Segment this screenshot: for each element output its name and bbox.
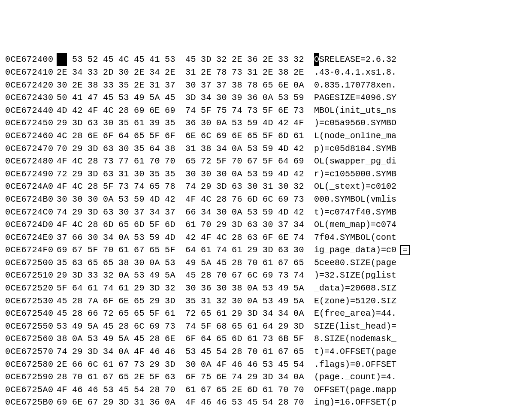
ascii-char[interactable]: S xyxy=(340,269,345,282)
hex-byte[interactable]: 73 xyxy=(263,332,273,345)
hex-byte[interactable]: 38 xyxy=(118,257,129,269)
ascii-char[interactable]: S xyxy=(381,358,386,371)
hex-byte[interactable]: 4D xyxy=(57,104,67,117)
hex-byte[interactable]: 2E xyxy=(263,66,273,79)
hex-byte[interactable]: 66 xyxy=(72,358,82,371)
ascii-char[interactable]: 0 xyxy=(324,231,329,244)
ascii-char[interactable]: _ xyxy=(381,104,386,117)
ascii-char[interactable]: a xyxy=(381,257,386,269)
hex-byte[interactable]: 34 xyxy=(149,66,160,79)
hex-byte[interactable]: 72 xyxy=(201,155,211,168)
hex-byte[interactable]: 3D xyxy=(216,180,227,193)
hex-byte[interactable]: 45 xyxy=(247,396,257,408)
hex-byte[interactable]: 6E xyxy=(185,130,196,142)
hex-row[interactable]: 0CE6724404D424F4C28696E69745F7574735F6E7… xyxy=(5,104,396,117)
ascii-char[interactable]: 0 xyxy=(355,79,360,92)
ascii-char[interactable]: u xyxy=(366,104,371,117)
ascii-char[interactable]: a xyxy=(366,307,371,320)
ascii-cell[interactable]: .flags)=0.OFFSET xyxy=(314,358,396,371)
hex-byte[interactable]: 61 xyxy=(185,384,196,396)
hex-byte[interactable]: 28 xyxy=(232,257,242,269)
ascii-char[interactable]: ( xyxy=(371,231,376,244)
hex-byte[interactable]: 53 xyxy=(247,168,257,181)
hex-byte[interactable]: 6D xyxy=(232,332,242,345)
ascii-char[interactable]: a xyxy=(376,332,381,345)
hex-byte[interactable]: 4C xyxy=(72,218,82,231)
ascii-char[interactable]: . xyxy=(371,206,376,219)
ascii-char[interactable]: = xyxy=(350,358,355,371)
hex-bytes[interactable]: 4F464653455428706167652E6D617070 xyxy=(57,384,309,396)
ascii-char[interactable]: g xyxy=(340,244,345,257)
ascii-char[interactable]: i xyxy=(381,269,386,282)
ascii-char[interactable]: r xyxy=(355,307,360,320)
hex-byte[interactable]: 5F xyxy=(263,104,273,117)
ascii-char[interactable]: l xyxy=(324,358,329,371)
hex-byte[interactable]: 38 xyxy=(201,142,211,155)
ascii-cell[interactable]: OSRELEASE=2.6.32 xyxy=(314,53,396,66)
ascii-char[interactable]: Y xyxy=(345,231,350,244)
ascii-char[interactable]: e xyxy=(335,218,340,231)
hex-byte[interactable]: 4F xyxy=(88,104,98,117)
hex-byte[interactable]: 32 xyxy=(103,269,113,282)
hex-byte[interactable]: 72 xyxy=(103,307,113,320)
hex-byte[interactable]: 3D xyxy=(88,142,98,155)
ascii-char[interactable]: Z xyxy=(345,91,350,104)
ascii-char[interactable]: d xyxy=(345,142,350,155)
hex-byte[interactable]: 0A xyxy=(293,371,304,384)
hex-byte[interactable]: 5F xyxy=(149,218,160,231)
ascii-char[interactable]: 6 xyxy=(376,91,381,104)
ascii-char[interactable]: E xyxy=(376,396,381,408)
hex-byte[interactable]: 67 xyxy=(232,269,242,282)
hex-row[interactable]: 0CE672560380A53495A45286E6F64656D61736B5… xyxy=(5,332,396,345)
ascii-char[interactable]: 2 xyxy=(391,53,396,66)
ascii-char[interactable]: = xyxy=(366,180,371,193)
ascii-cell[interactable]: _data)=20608.SIZ xyxy=(314,282,396,295)
ascii-char[interactable]: O xyxy=(314,384,319,396)
hex-byte[interactable]: 61 xyxy=(263,384,273,396)
ascii-char[interactable]: p xyxy=(314,142,319,155)
ascii-char[interactable]: O xyxy=(366,358,371,371)
ascii-char[interactable]: 3 xyxy=(329,79,335,92)
ascii-char[interactable]: ) xyxy=(319,206,324,219)
ascii-cell[interactable]: OFFSET(page.mapp xyxy=(314,384,396,396)
ascii-char[interactable]: 1 xyxy=(335,168,340,181)
ascii-char[interactable]: M xyxy=(314,104,319,117)
ascii-char[interactable]: i xyxy=(314,244,319,257)
hex-byte[interactable]: 30 xyxy=(293,244,304,257)
hex-byte[interactable]: 61 xyxy=(216,307,227,320)
hex-byte[interactable]: 4F xyxy=(201,231,211,244)
hex-byte[interactable]: 30 xyxy=(247,180,257,193)
ascii-char[interactable]: i xyxy=(391,155,396,168)
ascii-char[interactable]: T xyxy=(381,396,386,408)
hex-byte[interactable]: 73 xyxy=(232,66,242,79)
ascii-char[interactable]: _ xyxy=(314,282,319,295)
hex-byte[interactable]: 0A xyxy=(118,231,129,244)
hex-byte[interactable]: 46 xyxy=(88,384,98,396)
ascii-char[interactable]: S xyxy=(350,53,355,66)
hex-byte[interactable]: 54 xyxy=(293,358,304,371)
ascii-char[interactable]: e xyxy=(391,345,396,358)
hex-byte[interactable]: 49 xyxy=(72,320,82,333)
ascii-char[interactable]: . xyxy=(371,168,376,181)
hex-byte[interactable]: 70 xyxy=(103,244,113,257)
hex-byte[interactable]: 0A xyxy=(232,168,242,181)
ascii-char[interactable]: E xyxy=(340,53,345,66)
ascii-char[interactable]: B xyxy=(391,206,396,219)
hex-byte[interactable]: 5F xyxy=(149,307,160,320)
ascii-char[interactable]: s xyxy=(329,155,335,168)
hex-byte[interactable]: 7A xyxy=(88,295,98,308)
ascii-char[interactable]: F xyxy=(371,358,376,371)
hex-byte[interactable]: 34 xyxy=(278,371,288,384)
ascii-char[interactable]: Y xyxy=(381,168,386,181)
ascii-char[interactable]: = xyxy=(324,168,329,181)
hex-byte[interactable]: 37 xyxy=(201,79,211,92)
hex-byte[interactable]: 2E xyxy=(293,66,304,79)
ascii-char[interactable]: e xyxy=(335,371,340,384)
hex-byte[interactable]: 3D xyxy=(72,117,82,130)
hex-byte[interactable]: 0A xyxy=(293,79,304,92)
hex-byte[interactable]: 38 xyxy=(232,79,242,92)
hex-byte[interactable]: 70 xyxy=(149,155,160,168)
hex-byte[interactable]: 45 xyxy=(185,269,196,282)
hex-bytes[interactable]: 4F4C285F7374657874293D6330313032 xyxy=(57,180,309,193)
hex-byte[interactable]: 34 xyxy=(263,307,273,320)
